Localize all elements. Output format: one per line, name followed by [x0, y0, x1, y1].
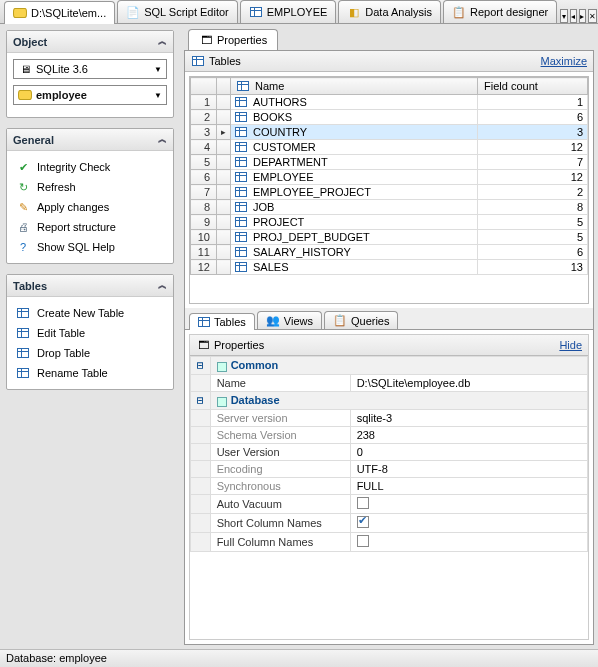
tab-dropdown-button[interactable]: ▾ [560, 9, 567, 23]
tab-employee[interactable]: EMPLOYEE [240, 0, 337, 23]
table-row[interactable]: 11 SALARY_HISTORY 6 [191, 245, 588, 260]
property-value[interactable]: UTF-8 [350, 461, 587, 478]
tab-database-file[interactable]: D:\SQLite\em... [4, 1, 115, 24]
panel-general: General ︽ ✔Integrity Check↻Refresh✎Apply… [6, 128, 174, 264]
checkbox[interactable] [357, 497, 369, 509]
checkbox[interactable] [357, 535, 369, 547]
table-row[interactable]: 2 BOOKS 6 [191, 110, 588, 125]
general-action[interactable]: ✔Integrity Check [13, 157, 167, 177]
col-head-marker[interactable] [217, 78, 231, 95]
report-icon: 📋 [452, 5, 466, 19]
cell-count: 3 [478, 125, 588, 140]
general-action[interactable]: 🖨Report structure [13, 217, 167, 237]
properties-panel: 🗔 Properties Hide ⊟CommonNameD:\SQLite\e… [189, 334, 589, 640]
table-icon [15, 346, 31, 360]
col-head-name[interactable]: Name [231, 78, 478, 95]
property-row[interactable]: Auto Vacuum [191, 495, 588, 514]
tab-label: EMPLOYEE [267, 6, 328, 18]
server-icon: 🖥 [18, 62, 32, 76]
row-number: 9 [191, 215, 217, 230]
row-number: 12 [191, 260, 217, 275]
property-row[interactable]: SynchronousFULL [191, 478, 588, 495]
property-value[interactable]: 0 [350, 444, 587, 461]
database-selector[interactable]: employee ▼ [13, 85, 167, 105]
sidebar: Object ︽ 🖥 SQLite 3.6 ▼ employee ▼ Gener… [0, 24, 180, 649]
property-key: Auto Vacuum [210, 495, 350, 514]
general-action[interactable]: ✎Apply changes [13, 197, 167, 217]
panel-header-general[interactable]: General ︽ [7, 129, 173, 151]
row-marker [217, 95, 231, 110]
table-icon [15, 306, 31, 320]
general-action[interactable]: ↻Refresh [13, 177, 167, 197]
col-head-rownum[interactable] [191, 78, 217, 95]
tab-sql-editor[interactable]: 📄 SQL Script Editor [117, 0, 238, 23]
action-label: Edit Table [37, 327, 85, 339]
action-icon: ✎ [15, 200, 31, 214]
tab-close-button[interactable]: ✕ [588, 9, 597, 23]
property-value[interactable] [350, 495, 587, 514]
table-action[interactable]: Drop Table [13, 343, 167, 363]
property-row[interactable]: User Version0 [191, 444, 588, 461]
tab-scroll-left-button[interactable]: ◂ [570, 9, 577, 23]
panel-header-tables[interactable]: Tables ︽ [7, 275, 173, 297]
maximize-link[interactable]: Maximize [541, 55, 587, 67]
property-key: Full Column Names [210, 533, 350, 552]
tab-data-analysis[interactable]: ◧ Data Analysis [338, 0, 441, 23]
queries-icon: 📋 [333, 314, 347, 327]
panel-title: General [13, 134, 54, 146]
property-group[interactable]: ⊟Database [191, 392, 588, 410]
tab-scroll-right-button[interactable]: ▸ [579, 9, 586, 23]
general-action[interactable]: ?Show SQL Help [13, 237, 167, 257]
property-row[interactable]: NameD:\SQLite\employee.db [191, 375, 588, 392]
property-value[interactable]: D:\SQLite\employee.db [350, 375, 587, 392]
col-head-count[interactable]: Field count [478, 78, 588, 95]
property-value[interactable]: FULL [350, 478, 587, 495]
table-action[interactable]: Edit Table [13, 323, 167, 343]
property-row[interactable]: Schema Version238 [191, 427, 588, 444]
property-value[interactable]: sqlite-3 [350, 410, 587, 427]
table-action[interactable]: Rename Table [13, 363, 167, 383]
table-row[interactable]: 5 DEPARTMENT 7 [191, 155, 588, 170]
table-row[interactable]: 9 PROJECT 5 [191, 215, 588, 230]
subtab-tables[interactable]: Tables [189, 313, 255, 330]
hide-link[interactable]: Hide [559, 339, 582, 351]
properties-icon: 🗔 [199, 33, 213, 47]
row-number: 2 [191, 110, 217, 125]
checkbox[interactable] [357, 516, 369, 528]
tables-grid[interactable]: Name Field count 1 AUTHORS 12 BOOKS 63 ▸… [189, 76, 589, 304]
table-icon [235, 262, 247, 272]
table-row[interactable]: 7 EMPLOYEE_PROJECT 2 [191, 185, 588, 200]
table-row[interactable]: 6 EMPLOYEE 12 [191, 170, 588, 185]
subtab-queries[interactable]: 📋Queries [324, 311, 399, 329]
expand-icon[interactable]: ⊟ [191, 357, 211, 375]
group-name: Common [210, 357, 587, 375]
panel-header-object[interactable]: Object ︽ [7, 31, 173, 53]
property-value[interactable]: 238 [350, 427, 587, 444]
expand-icon[interactable]: ⊟ [191, 392, 211, 410]
database-icon [13, 6, 27, 20]
property-row[interactable]: Short Column Names [191, 514, 588, 533]
panel-title: Object [13, 36, 47, 48]
table-action[interactable]: Create New Table [13, 303, 167, 323]
table-row[interactable]: 3 ▸ COUNTRY 3 [191, 125, 588, 140]
table-row[interactable]: 4 CUSTOMER 12 [191, 140, 588, 155]
table-row[interactable]: 12 SALES 13 [191, 260, 588, 275]
table-row[interactable]: 1 AUTHORS 1 [191, 95, 588, 110]
subtab-views[interactable]: 👥Views [257, 311, 322, 329]
property-group[interactable]: ⊟Common [191, 357, 588, 375]
engine-selector[interactable]: 🖥 SQLite 3.6 ▼ [13, 59, 167, 79]
property-key: Name [210, 375, 350, 392]
tab-report-designer[interactable]: 📋 Report designer [443, 0, 557, 23]
property-row[interactable]: EncodingUTF-8 [191, 461, 588, 478]
content-tab-properties[interactable]: 🗔 Properties [188, 29, 278, 50]
spacer [191, 444, 211, 461]
property-key: User Version [210, 444, 350, 461]
property-value[interactable] [350, 514, 587, 533]
property-row[interactable]: Full Column Names [191, 533, 588, 552]
table-row[interactable]: 10 PROJ_DEPT_BUDGET 5 [191, 230, 588, 245]
property-row[interactable]: Server versionsqlite-3 [191, 410, 588, 427]
property-value[interactable] [350, 533, 587, 552]
property-key: Short Column Names [210, 514, 350, 533]
table-row[interactable]: 8 JOB 8 [191, 200, 588, 215]
cell-count: 12 [478, 170, 588, 185]
